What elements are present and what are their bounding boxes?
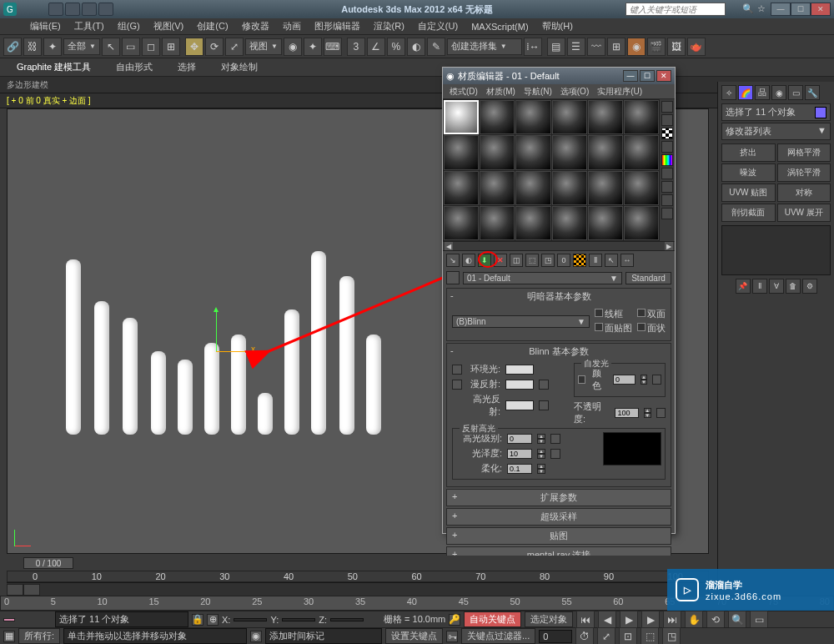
scroll-left-icon[interactable]: ◀ bbox=[445, 242, 453, 250]
snap-angle-icon[interactable]: ∠ bbox=[367, 38, 385, 56]
select-name-icon[interactable]: ▭ bbox=[122, 38, 140, 56]
modifier-stack[interactable] bbox=[721, 225, 831, 275]
scene-cylinder[interactable] bbox=[151, 351, 166, 435]
select-by-mat-icon[interactable] bbox=[661, 194, 673, 206]
modify-tab-icon[interactable]: 🌈 bbox=[738, 85, 753, 100]
render-setup-icon[interactable]: 🎬 bbox=[647, 38, 666, 56]
mod-btn-extrude[interactable]: 挤出 bbox=[721, 143, 776, 162]
scene-cylinder[interactable] bbox=[284, 309, 299, 435]
window-minimize[interactable]: — bbox=[771, 3, 791, 16]
faceted-checkbox[interactable] bbox=[637, 323, 646, 331]
soften-spinner[interactable]: 0.1 bbox=[507, 464, 532, 474]
sample-slot[interactable] bbox=[552, 206, 587, 240]
rollout-toggle[interactable]: + bbox=[452, 530, 457, 540]
options-icon[interactable] bbox=[661, 181, 673, 193]
qat-dd[interactable] bbox=[98, 3, 113, 16]
diffuse-lock-icon[interactable] bbox=[452, 380, 462, 390]
track-bar[interactable]: 0102030405060708090100 bbox=[7, 571, 709, 582]
selection-filter-dropdown[interactable]: 全部 bbox=[63, 38, 100, 55]
curve-editor-icon[interactable]: 〰 bbox=[587, 38, 605, 56]
selfillum-spinner[interactable]: 0 bbox=[613, 375, 636, 385]
sample-uv-icon[interactable] bbox=[661, 141, 673, 153]
menu-group[interactable]: 组(G) bbox=[113, 18, 145, 34]
scene-cylinder[interactable] bbox=[178, 360, 193, 435]
keyfilter-button[interactable]: 关键点过滤器... bbox=[461, 628, 535, 644]
refcoord-dropdown[interactable]: 视图 bbox=[245, 38, 282, 55]
play-icon[interactable]: ▶ bbox=[620, 611, 638, 629]
autokey-button[interactable]: 自动关键点 bbox=[464, 611, 521, 627]
motion-tab-icon[interactable]: ◉ bbox=[771, 85, 786, 100]
sample-slot[interactable] bbox=[515, 100, 550, 134]
configure-icon[interactable]: ⚙ bbox=[802, 279, 817, 294]
select-region-icon[interactable]: ◻ bbox=[142, 38, 160, 56]
display-tab-icon[interactable]: ▭ bbox=[788, 85, 803, 100]
viewport-label[interactable]: [ + 0 前 0 真实 + 边面 ] bbox=[0, 93, 834, 108]
sample-slot[interactable] bbox=[588, 135, 623, 169]
material-name-dropdown[interactable]: 01 - Default bbox=[463, 272, 622, 284]
mod-btn-meshsmooth[interactable]: 网格平滑 bbox=[777, 143, 831, 162]
sample-slot[interactable] bbox=[624, 135, 659, 169]
video-color-icon[interactable] bbox=[661, 154, 673, 166]
create-tab-icon[interactable]: ✧ bbox=[721, 85, 736, 100]
trackbar-key-icon[interactable] bbox=[23, 584, 40, 596]
sample-slot[interactable] bbox=[624, 206, 659, 240]
selection-lock-icon[interactable]: 🔒 bbox=[192, 614, 203, 626]
sample-slot-selected[interactable] bbox=[444, 100, 479, 134]
menu-edit[interactable]: 编辑(E) bbox=[25, 18, 66, 34]
sample-slot[interactable] bbox=[480, 135, 515, 169]
unique-icon[interactable]: ∀ bbox=[769, 279, 784, 294]
opacity-spinner[interactable]: 100 bbox=[615, 408, 638, 418]
current-frame-input[interactable]: 0 bbox=[539, 630, 572, 643]
abs-rel-icon[interactable]: ⊕ bbox=[207, 614, 219, 626]
mat-menu-material[interactable]: 材质(M) bbox=[483, 85, 519, 98]
rollout-toggle[interactable]: - bbox=[450, 345, 454, 355]
ambient-swatch[interactable] bbox=[505, 365, 534, 375]
sample-slot[interactable] bbox=[444, 135, 479, 169]
rollout-toggle[interactable]: + bbox=[452, 491, 457, 501]
window-crossing-icon[interactable]: ⊞ bbox=[162, 38, 180, 56]
sample-slot[interactable] bbox=[552, 171, 587, 205]
sample-slot[interactable] bbox=[515, 171, 550, 205]
scene-cylinder[interactable] bbox=[339, 276, 354, 435]
mat-menu-mode[interactable]: 模式(D) bbox=[446, 85, 481, 98]
preview-icon[interactable] bbox=[661, 168, 673, 179]
scroll-right-icon[interactable]: ▶ bbox=[665, 242, 673, 250]
qat-undo[interactable] bbox=[48, 3, 63, 16]
show-end-result-icon[interactable]: Ⅱ bbox=[589, 254, 602, 267]
specular-map-button[interactable] bbox=[539, 400, 549, 410]
sample-slot[interactable] bbox=[480, 206, 515, 240]
nav-zoomext-icon[interactable]: ⤢ bbox=[597, 627, 615, 645]
menu-grapheditors[interactable]: 图形编辑器 bbox=[309, 18, 365, 34]
script-mini-listener[interactable] bbox=[3, 618, 15, 621]
scene-cylinder[interactable] bbox=[204, 343, 219, 435]
manip-icon[interactable]: ✦ bbox=[304, 38, 322, 56]
menu-maxscript[interactable]: MAXScript(M) bbox=[466, 20, 533, 33]
sample-slot[interactable] bbox=[588, 206, 623, 240]
mat-menu-nav[interactable]: 导航(N) bbox=[520, 85, 555, 98]
transform-z-input[interactable] bbox=[330, 618, 364, 621]
material-editor-window[interactable]: ◉材质编辑器 - 01 - Default — ☐ ✕ 模式(D) 材质(M) … bbox=[442, 67, 676, 534]
scene-cylinder[interactable] bbox=[66, 259, 81, 435]
time-slider[interactable]: 0 / 100 bbox=[7, 556, 709, 571]
modifier-list-dropdown[interactable]: 修改器列表 bbox=[721, 123, 831, 140]
object-color-swatch[interactable] bbox=[815, 107, 826, 118]
snap-percent-icon[interactable]: % bbox=[387, 38, 405, 56]
sample-slots[interactable] bbox=[443, 99, 660, 241]
get-material-icon[interactable]: ↘ bbox=[446, 254, 460, 267]
edit-selset-icon[interactable]: ✎ bbox=[427, 38, 445, 56]
selected-filter-button[interactable]: 选定对象 bbox=[525, 611, 573, 627]
nav-fov-icon[interactable]: ▭ bbox=[750, 611, 768, 629]
ribbon-tab-objectpaint[interactable]: 对象绘制 bbox=[221, 61, 258, 73]
scene-cylinder[interactable] bbox=[231, 335, 246, 435]
transform-x-input[interactable] bbox=[234, 618, 267, 621]
show-end-icon[interactable]: Ⅱ bbox=[752, 279, 767, 294]
menu-views[interactable]: 视图(V) bbox=[148, 18, 189, 34]
qat-redo[interactable] bbox=[65, 3, 80, 16]
backlight-icon[interactable] bbox=[661, 114, 673, 126]
sample-slot[interactable] bbox=[480, 171, 515, 205]
material-type-button[interactable]: Standard bbox=[626, 272, 671, 284]
nav-zoom-icon[interactable]: 🔍 bbox=[728, 611, 746, 629]
select-rotate-icon[interactable]: ⟳ bbox=[205, 38, 224, 56]
key-mode-icon[interactable]: 🔑 bbox=[449, 614, 460, 626]
menu-rendering[interactable]: 渲染(R) bbox=[369, 18, 409, 34]
